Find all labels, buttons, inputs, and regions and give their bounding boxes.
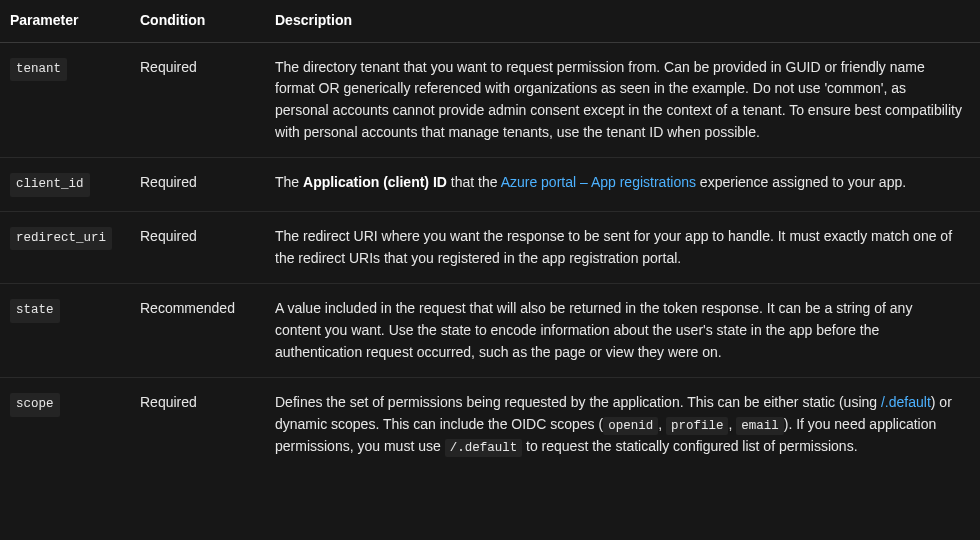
header-condition: Condition (130, 0, 265, 42)
param-name: client_id (10, 173, 90, 196)
table-row: tenant Required The directory tenant tha… (0, 42, 980, 158)
azure-portal-link[interactable]: Azure portal – App registrations (501, 174, 696, 190)
header-description: Description (265, 0, 980, 42)
parameters-table: Parameter Condition Description tenant R… (0, 0, 980, 473)
text-fragment: Defines the set of permissions being req… (275, 394, 881, 410)
default-scope-link[interactable]: /.default (881, 394, 931, 410)
param-name: scope (10, 393, 60, 416)
text-fragment: The (275, 174, 303, 190)
table-row: state Recommended A value included in th… (0, 284, 980, 378)
param-description: The Application (client) ID that the Azu… (265, 158, 980, 211)
param-name: state (10, 299, 60, 322)
table-row: redirect_uri Required The redirect URI w… (0, 211, 980, 283)
param-description: The directory tenant that you want to re… (265, 42, 980, 158)
param-description: A value included in the request that wil… (265, 284, 980, 378)
text-fragment: that the (447, 174, 501, 190)
param-condition: Required (130, 378, 265, 473)
code-openid: openid (603, 417, 658, 435)
param-condition: Required (130, 158, 265, 211)
param-condition: Required (130, 211, 265, 283)
table-row: scope Required Defines the set of permis… (0, 378, 980, 473)
text-fragment: , (658, 416, 666, 432)
table-row: client_id Required The Application (clie… (0, 158, 980, 211)
param-name: tenant (10, 58, 67, 81)
code-profile: profile (666, 417, 729, 435)
table-header-row: Parameter Condition Description (0, 0, 980, 42)
code-default: /.default (445, 439, 523, 457)
header-parameter: Parameter (0, 0, 130, 42)
param-condition: Required (130, 42, 265, 158)
bold-text: Application (client) ID (303, 174, 447, 190)
text-fragment: experience assigned to your app. (696, 174, 906, 190)
param-description: The redirect URI where you want the resp… (265, 211, 980, 283)
param-name: redirect_uri (10, 227, 112, 250)
code-email: email (736, 417, 784, 435)
param-description: Defines the set of permissions being req… (265, 378, 980, 473)
text-fragment: to request the statically configured lis… (522, 438, 857, 454)
param-condition: Recommended (130, 284, 265, 378)
